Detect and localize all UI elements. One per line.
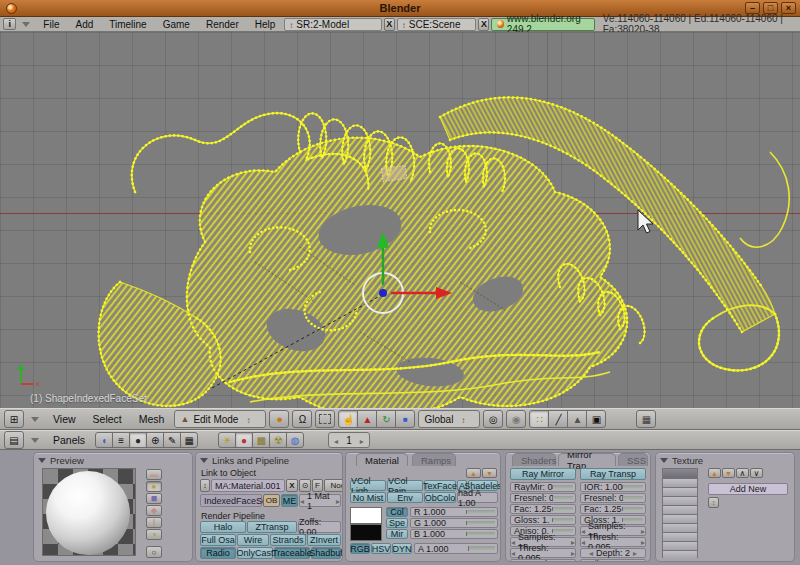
mesh-name-field[interactable]: IndexedFaceSet <box>200 494 262 507</box>
version-button[interactable]: www.blender.org 249.2 <box>491 18 594 31</box>
menu-game[interactable]: Game <box>156 19 197 30</box>
occlude-geometry-button[interactable]: ▣ <box>586 410 606 428</box>
raymir-slider[interactable]: RayMir: 0 <box>510 482 576 492</box>
depth-tra-field[interactable]: Depth: 2 <box>580 548 646 558</box>
texture-copy-button[interactable]: ▲ <box>708 468 721 478</box>
scene-context-button[interactable]: ▦ <box>180 432 198 448</box>
orientation-dropdown[interactable]: Global <box>418 410 480 428</box>
depth-mir-field[interactable]: Depth: 2 <box>510 559 576 562</box>
menu-render[interactable]: Render <box>199 19 246 30</box>
manipulator-axes-button[interactable] <box>315 410 335 428</box>
no-mist-toggle[interactable]: No Mist <box>350 492 386 503</box>
material-index-counter[interactable]: 1 Mat 1 <box>299 494 341 507</box>
preview-collapse-icon[interactable] <box>38 458 46 463</box>
filter-field[interactable]: Filter: 0.000 <box>580 559 646 562</box>
links-collapse-icon[interactable] <box>200 458 208 463</box>
me-button[interactable]: ME <box>281 494 298 507</box>
texture-slot-down-button[interactable]: ∨ <box>750 468 763 478</box>
texture-collapse-icon[interactable] <box>660 458 668 463</box>
halo-toggle[interactable]: Halo <box>200 521 246 533</box>
shading-context-button[interactable]: ● <box>129 432 147 448</box>
texture-slot[interactable] <box>663 532 697 541</box>
a-slider[interactable]: A 1.000 <box>414 543 498 554</box>
face-select-button[interactable]: ▲ <box>567 410 587 428</box>
rgb-button[interactable]: RGB <box>350 543 370 554</box>
radio-toggle[interactable]: Radio <box>200 547 236 559</box>
proportional-edit-button[interactable]: ◉ <box>506 410 526 428</box>
menu-help[interactable]: Help <box>248 19 283 30</box>
col-button[interactable]: Col <box>386 507 408 517</box>
obcolor-toggle[interactable]: ObColo <box>424 492 456 503</box>
tab-shaders[interactable]: Shaders <box>512 453 556 466</box>
tab-mirror-transp[interactable]: Mirror Tran <box>558 453 616 466</box>
hsv-button[interactable]: HSV <box>371 543 391 554</box>
screen-delete-icon[interactable]: X <box>384 18 395 31</box>
preview-flat-button[interactable]: ▬ <box>146 469 162 480</box>
onlycast-toggle[interactable]: OnlyCast <box>237 547 273 559</box>
tab-material[interactable]: Material <box>356 453 408 466</box>
preview-osa-button[interactable]: ○ <box>146 546 162 558</box>
spe-button[interactable]: Spe <box>386 518 408 528</box>
edge-select-button[interactable]: ╱ <box>548 410 568 428</box>
ray-transp-toggle[interactable]: Ray Transp <box>580 468 646 480</box>
b-slider[interactable]: B 1.000 <box>410 529 498 539</box>
viewport-menu-collapse-icon[interactable] <box>31 417 39 422</box>
shadbuf-toggle[interactable]: Shadbuf <box>311 547 341 559</box>
world-buttons-button[interactable]: ◍ <box>286 432 304 448</box>
pivot-dropdown[interactable]: Ω <box>292 410 312 428</box>
frame-next-icon[interactable] <box>360 435 364 446</box>
texture-slot[interactable] <box>663 496 697 505</box>
texture-slot-up-button[interactable]: ∧ <box>736 468 749 478</box>
diffuse-color-swatch[interactable] <box>350 507 382 524</box>
panels-menu[interactable]: Panels <box>46 434 92 446</box>
lamp-buttons-button[interactable]: ☀ <box>218 432 236 448</box>
rotate-widget-button[interactable]: ↻ <box>376 410 396 428</box>
ob-button[interactable]: OB <box>263 494 280 507</box>
preview-hair-button[interactable]: ❙ <box>146 517 162 528</box>
texture-slot-active[interactable] <box>663 469 697 478</box>
texture-slot[interactable] <box>663 478 697 487</box>
header-collapse-icon[interactable] <box>22 22 30 27</box>
render-preview-button[interactable]: ▦ <box>636 410 656 428</box>
thresh-tra-field[interactable]: Thresh: 0.005 <box>580 537 646 547</box>
gloss-mir-slider[interactable]: Gloss: 1. <box>510 515 576 525</box>
preview-cube-button[interactable]: ◼ <box>146 493 162 504</box>
ray-mirror-toggle[interactable]: Ray Mirror <box>510 468 576 480</box>
frame-prev-icon[interactable] <box>334 435 338 446</box>
menu-add[interactable]: Add <box>68 19 100 30</box>
fresnel-tra-slider[interactable]: Fresnel: 0 <box>580 493 646 503</box>
mir-button[interactable]: Mir <box>386 529 408 539</box>
wire-toggle[interactable]: Wire <box>237 534 269 546</box>
scene-selector[interactable]: SCE:Scene <box>397 18 477 31</box>
strands-toggle[interactable]: Strands <box>270 534 306 546</box>
zinvert-toggle[interactable]: ZInvert <box>307 534 341 546</box>
texture-buttons-button[interactable]: ▩ <box>252 432 270 448</box>
editor-type-info-icon[interactable]: i <box>3 18 16 30</box>
menu-mesh[interactable]: Mesh <box>132 413 172 425</box>
object-context-button[interactable]: ⊕ <box>146 432 164 448</box>
manipulator-toggle-button[interactable]: ☝ <box>338 410 358 428</box>
editor-type-buttons-icon[interactable]: ▤ <box>4 431 24 449</box>
material-delete-button[interactable]: X <box>286 479 298 492</box>
viewport-3d[interactable]: x (1) ShapeIndexedFaceSet <box>0 32 800 408</box>
editing-context-button[interactable]: ✎ <box>163 432 181 448</box>
full-osa-toggle[interactable]: Full Osa <box>200 534 236 546</box>
mode-dropdown[interactable]: ▲ Edit Mode <box>174 410 266 428</box>
logic-context-button[interactable]: ◖ <box>95 432 113 448</box>
texture-paste-button[interactable]: ▼ <box>722 468 735 478</box>
fac-mir-slider[interactable]: Fac: 1.25 <box>510 504 576 514</box>
ior-slider[interactable]: IOR: 1.00 <box>580 482 646 492</box>
texture-slot[interactable] <box>663 505 697 514</box>
translate-widget-button[interactable]: ▲ <box>357 410 377 428</box>
script-context-button[interactable]: ≡ <box>112 432 130 448</box>
texture-slot[interactable] <box>663 523 697 532</box>
copy-material-button[interactable]: ▲ <box>466 468 481 478</box>
buttons-menu-collapse-icon[interactable] <box>31 438 39 443</box>
ztransp-toggle[interactable]: ZTransp <box>247 521 297 533</box>
g-slider[interactable]: G 1.000 <box>410 518 498 528</box>
fac-tra-slider[interactable]: Fac: 1.25 <box>580 504 646 514</box>
specular-color-swatch[interactable] <box>350 524 382 541</box>
preview-monkey-button[interactable]: ◆ <box>146 505 162 516</box>
add-new-texture-button[interactable]: Add New <box>708 483 788 495</box>
menu-select[interactable]: Select <box>86 413 129 425</box>
